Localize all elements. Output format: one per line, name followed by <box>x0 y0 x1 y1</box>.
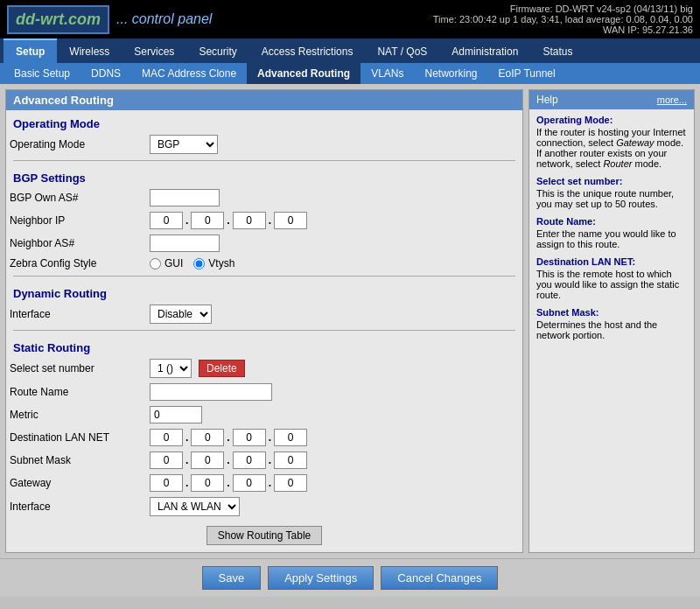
save-button[interactable]: Save <box>202 566 262 590</box>
tab-wireless[interactable]: Wireless <box>57 38 122 63</box>
zebra-config-row: Zebra Config Style GUI Vtysh <box>6 255 522 272</box>
zebra-gui-radio[interactable] <box>150 258 161 270</box>
tab-security[interactable]: Security <box>186 38 248 63</box>
subnet-mask-ip-group: . . . <box>150 452 519 469</box>
dest-lan-octet3[interactable] <box>233 429 266 446</box>
neighbor-ip-octet2[interactable] <box>191 212 224 229</box>
ip-sep-4: . <box>185 431 189 444</box>
apply-settings-button[interactable]: Apply Settings <box>268 566 374 590</box>
subnet-mask-label: Subnet Mask <box>6 449 146 472</box>
subtab-advanced-routing[interactable]: Advanced Routing <box>247 63 360 84</box>
tab-access-restrictions[interactable]: Access Restrictions <box>249 38 366 63</box>
logo-tld: .com <box>64 10 101 28</box>
footer: Save Apply Settings Cancel Changes <box>0 558 700 597</box>
subnet-mask-value: . . . <box>146 449 522 472</box>
gateway-ip-group: . . . <box>150 474 519 492</box>
metric-input[interactable] <box>150 406 202 424</box>
dynamic-routing-header: Dynamic Routing <box>6 280 522 302</box>
route-name-label: Route Name <box>6 381 146 403</box>
zebra-vtysh-radio[interactable] <box>193 258 205 270</box>
ip-sep-6: . <box>268 431 272 444</box>
firmware-info: Firmware: DD-WRT v24-sp2 (04/13/11) big <box>433 4 693 14</box>
static-interface-value: LAN & WLAN WAN LAN WLAN <box>146 494 522 519</box>
dest-lan-ip-group: . . . <box>150 429 519 446</box>
subtab-networking[interactable]: Networking <box>414 63 487 84</box>
subnet-mask-octet1[interactable] <box>150 452 183 469</box>
logo: dd-wrt.com <box>7 5 109 34</box>
ip-sep-2: . <box>226 214 230 227</box>
ip-sep-7: . <box>185 454 189 466</box>
help-dest-lan-title: Destination LAN NET: <box>536 256 687 267</box>
neighbor-as-input[interactable] <box>150 234 220 252</box>
subnet-mask-row: Subnet Mask . . . <box>6 449 522 472</box>
subtab-eoip-tunnel[interactable]: EoIP Tunnel <box>488 63 566 84</box>
ip-sep-1: . <box>185 214 189 227</box>
panel-title: Advanced Routing <box>6 90 522 110</box>
dynamic-interface-row: Interface Disable LAN WAN Both <box>6 302 522 326</box>
select-set-value: 1 () Delete <box>146 356 522 381</box>
static-routing-header: Static Routing <box>6 334 522 356</box>
help-header: Help more... <box>529 90 694 109</box>
static-interface-label: Interface <box>6 494 146 519</box>
neighbor-ip-octet3[interactable] <box>233 212 266 229</box>
select-set-controls: 1 () Delete <box>150 359 519 378</box>
help-subnet-mask-text: Determines the host and the network port… <box>536 319 687 340</box>
subnet-mask-octet4[interactable] <box>274 452 307 469</box>
gateway-label: Gateway <box>6 472 146 494</box>
help-operating-mode-title: Operating Mode: <box>536 115 687 125</box>
neighbor-ip-group: . . . <box>150 212 519 229</box>
header-info: Firmware: DD-WRT v24-sp2 (04/13/11) big … <box>433 4 693 35</box>
zebra-config-value: GUI Vtysh <box>146 255 522 272</box>
help-content: Operating Mode: If the router is hosting… <box>529 109 694 349</box>
logo-area: dd-wrt.com ... control panel <box>7 5 212 34</box>
show-routing-row: Show Routing Table <box>6 519 522 552</box>
show-routing-button[interactable]: Show Routing Table <box>206 526 323 545</box>
help-operating-mode-text: If the router is hosting your Internet c… <box>536 127 687 169</box>
zebra-vtysh-option: Vtysh <box>193 257 234 270</box>
select-set-row: Select set number 1 () Delete <box>6 356 522 381</box>
help-select-set-text: This is the unique route number, you may… <box>536 188 687 209</box>
subtab-mac-address-clone[interactable]: MAC Address Clone <box>131 63 247 84</box>
ip-sep-12: . <box>268 477 272 489</box>
help-route-name-title: Route Name: <box>536 216 687 227</box>
gateway-octet3[interactable] <box>233 474 266 492</box>
zebra-config-label: Zebra Config Style <box>6 255 146 272</box>
bgp-own-as-input[interactable] <box>150 189 220 206</box>
subnet-mask-octet2[interactable] <box>191 452 224 469</box>
tab-services[interactable]: Services <box>122 38 186 63</box>
zebra-radio-group: GUI Vtysh <box>150 257 519 270</box>
neighbor-ip-octet1[interactable] <box>150 212 183 229</box>
neighbor-ip-octet4[interactable] <box>274 212 307 229</box>
gateway-value: . . . <box>146 472 522 494</box>
static-routing-table: Select set number 1 () Delete Route Name <box>6 356 522 519</box>
tab-setup[interactable]: Setup <box>4 38 57 63</box>
dest-lan-octet2[interactable] <box>191 429 224 446</box>
subtab-basic-setup[interactable]: Basic Setup <box>4 63 80 84</box>
route-name-input[interactable] <box>150 383 272 401</box>
gateway-octet2[interactable] <box>191 474 224 492</box>
tab-administration[interactable]: Administration <box>439 38 530 63</box>
operating-mode-value: Gateway Router BGP <box>146 132 522 157</box>
tab-status[interactable]: Status <box>530 38 584 63</box>
subtab-vlans[interactable]: VLANs <box>360 63 414 84</box>
subtab-ddns[interactable]: DDNS <box>80 63 131 84</box>
static-interface-select[interactable]: LAN & WLAN WAN LAN WLAN <box>150 497 240 516</box>
tab-nat-qos[interactable]: NAT / QoS <box>365 38 439 63</box>
dest-lan-octet1[interactable] <box>150 429 183 446</box>
gateway-octet4[interactable] <box>274 474 307 492</box>
delete-button[interactable]: Delete <box>199 360 245 377</box>
help-more-link[interactable]: more... <box>657 94 687 105</box>
zebra-gui-option: GUI <box>150 257 183 270</box>
operating-mode-select[interactable]: Gateway Router BGP <box>150 135 218 154</box>
dest-lan-octet4[interactable] <box>274 429 307 446</box>
neighbor-ip-value: . . . <box>146 209 522 232</box>
cancel-changes-button[interactable]: Cancel Changes <box>381 566 498 590</box>
static-interface-row: Interface LAN & WLAN WAN LAN WLAN <box>6 494 522 519</box>
gateway-octet1[interactable] <box>150 474 183 492</box>
subnet-mask-octet3[interactable] <box>233 452 266 469</box>
ip-sep-9: . <box>268 454 272 466</box>
zebra-vtysh-label: Vtysh <box>208 257 234 270</box>
set-number-select[interactable]: 1 () <box>150 359 192 378</box>
dynamic-interface-label: Interface <box>6 302 146 326</box>
dynamic-interface-select[interactable]: Disable LAN WAN Both <box>150 304 212 324</box>
